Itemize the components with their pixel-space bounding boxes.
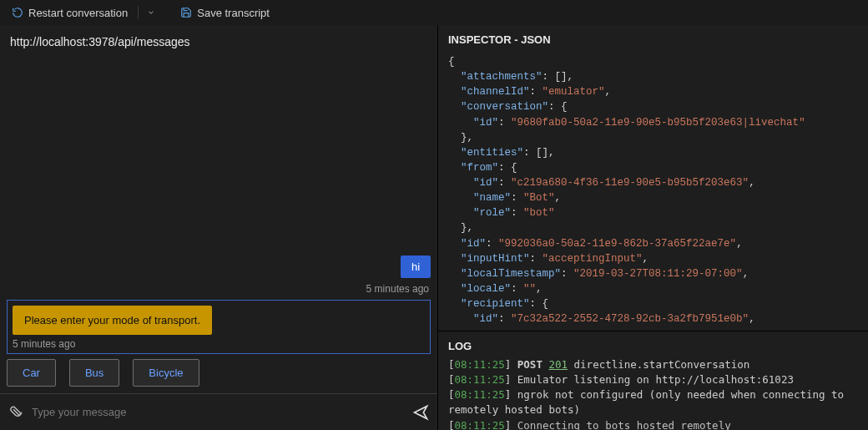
chat-panel: http://localhost:3978/api/messages hi 5 …	[0, 25, 438, 430]
attach-icon[interactable]	[8, 405, 23, 420]
save-transcript-button[interactable]: Save transcript	[175, 5, 275, 21]
suggestion-car[interactable]: Car	[7, 359, 56, 387]
conversation-area: hi 5 minutes ago Please enter your mode …	[0, 57, 437, 393]
log-line: [08:11:25] ngrok not configured (only ne…	[448, 387, 858, 417]
send-icon[interactable]	[412, 404, 429, 421]
log-lines: [08:11:25] POST 201 directline.startConv…	[438, 356, 868, 430]
inspector-json: { "attachments": [], "channelId": "emula…	[438, 49, 868, 331]
restart-label: Restart conversation	[28, 7, 128, 19]
toolbar: Restart conversation Save transcript	[0, 0, 868, 25]
message-input[interactable]	[32, 406, 404, 418]
log-panel: LOG [08:11:25] POST 201 directline.start…	[438, 331, 868, 430]
selected-bot-message[interactable]: Please enter your mode of transport. 5 m…	[7, 300, 431, 354]
suggested-actions: Car Bus Bicycle	[7, 359, 431, 387]
toolbar-dropdown[interactable]	[144, 8, 159, 17]
status-code-link[interactable]: 201	[548, 358, 568, 371]
restart-conversation-button[interactable]: Restart conversation	[7, 5, 133, 21]
suggestion-bicycle[interactable]: Bicycle	[133, 359, 199, 387]
inspector-panel: INSPECTOR - JSON { "attachments": [], "c…	[438, 25, 868, 331]
log-title: LOG	[438, 331, 868, 356]
log-line: [08:11:25] POST 201 directline.startConv…	[448, 357, 858, 372]
bot-message-timestamp: 5 minutes ago	[13, 338, 425, 350]
save-icon	[180, 7, 192, 18]
refresh-icon	[12, 7, 23, 18]
log-line: [08:11:25] Emulator listening on http://…	[448, 372, 858, 387]
toolbar-separator	[138, 6, 139, 19]
inspector-title: INSPECTOR - JSON	[438, 25, 868, 49]
log-link-remote-bots[interactable]: Connecting to bots hosted remotely	[517, 419, 731, 431]
user-message-bubble[interactable]: hi	[401, 255, 431, 278]
save-label: Save transcript	[197, 7, 270, 19]
endpoint-address: http://localhost:3978/api/messages	[0, 25, 437, 57]
user-message-row: hi	[7, 255, 431, 278]
suggestion-bus[interactable]: Bus	[69, 359, 119, 387]
log-line: [08:11:25] Connecting to bots hosted rem…	[448, 418, 858, 431]
message-composer	[0, 393, 437, 430]
bot-prompt-bubble: Please enter your mode of transport.	[13, 306, 212, 335]
user-message-timestamp: 5 minutes ago	[7, 283, 431, 295]
